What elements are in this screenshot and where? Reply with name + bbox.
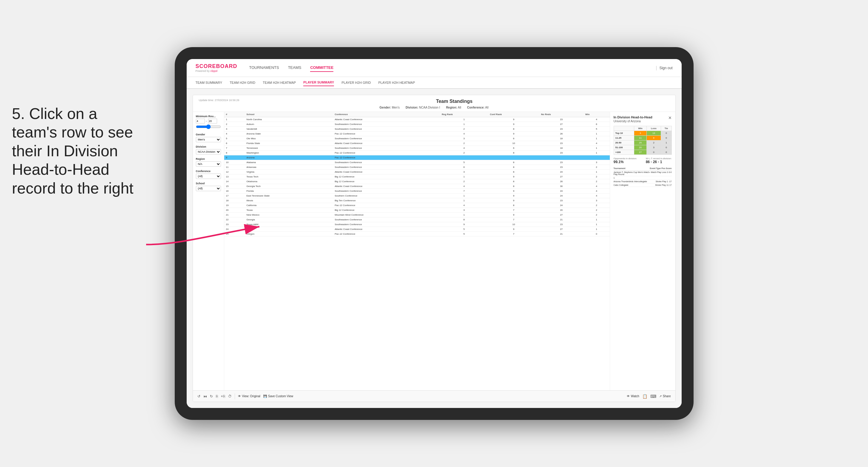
table-row[interactable]: 1 North Carolina Atlantic Coast Conferen… — [224, 117, 610, 122]
cell-conference: Southeastern Conference — [333, 160, 440, 165]
table-row[interactable]: 13 Texas Tech Big 12 Conference 1 9 27 2 — [224, 175, 610, 179]
cell-win: 5 — [584, 127, 610, 131]
table-row[interactable]: 10 Alabama Southeastern Conference 5 8 2… — [224, 160, 610, 165]
sub-nav-player-summary[interactable]: TEAM SUMMARY — [196, 79, 222, 86]
watch-button[interactable]: 👁 Watch — [627, 395, 639, 398]
table-row[interactable]: 21 New Mexico Mountain West Conference 1… — [224, 213, 610, 217]
h2h-tie: 0 — [661, 145, 672, 150]
cell-win: 0 — [584, 232, 610, 237]
table-row[interactable]: 2 Auburn Southeastern Conference 1 9 27 … — [224, 122, 610, 127]
h2h-opponents-val: 99.1% — [614, 160, 637, 164]
table-row[interactable]: 11 Arkansas Southeastern Conference 6 8 … — [224, 165, 610, 170]
table-row[interactable]: 19 California Pac-12 Conference 4 8 24 2 — [224, 203, 610, 208]
h2h-panel: In Division Head-to-Head University of A… — [610, 112, 675, 391]
tourn-type: Stroke Play — [656, 180, 666, 183]
filter-min-input[interactable] — [196, 119, 205, 123]
cell-school: Texas — [245, 208, 333, 213]
sub-nav-player-h2h-grid[interactable]: PLAYER H2H GRID — [341, 79, 371, 86]
filter-conference-select[interactable]: (All) — [196, 174, 221, 179]
filter-max-input[interactable] — [208, 119, 217, 123]
sub-nav-team-summary[interactable]: TEAM H2H GRID — [229, 79, 255, 86]
tourn-name: Arizona Thunderbirds Intercollegiate — [614, 180, 655, 183]
filter-division-select[interactable]: NCAA Division I — [196, 149, 221, 154]
cell-reg-rank: 8 — [440, 217, 488, 222]
cell-num: 19 — [224, 203, 245, 208]
table-row[interactable]: 17 East Tennessee State Southern Confere… — [224, 193, 610, 198]
nav-links: TOURNAMENTS TEAMS COMMITTEE — [249, 64, 656, 72]
sub-nav-team-h2h-heatmap[interactable]: PLAYER SUMMARY — [303, 79, 334, 86]
cell-reg-rank: 1 — [440, 175, 488, 179]
nav-committee[interactable]: COMMITTEE — [310, 64, 333, 72]
h2h-label: Top 10 — [614, 131, 634, 136]
nav-teams[interactable]: TEAMS — [288, 64, 302, 72]
col-conference: Conference — [333, 112, 440, 117]
gender-meta: Gender: Men's — [380, 106, 400, 109]
paste-button[interactable]: +⎘ — [221, 394, 225, 398]
table-row[interactable]: 7 Tennessee Southeastern Conference 4 6 … — [224, 146, 610, 151]
toolbar-icon-1[interactable]: 📋 — [642, 394, 647, 399]
undo-button[interactable]: ↺ — [197, 394, 200, 398]
cell-num: 11 — [224, 165, 245, 170]
cell-rnds: 23 — [539, 198, 584, 203]
table-row[interactable]: 15 Georgia Tech Atlantic Coast Conferenc… — [224, 184, 610, 189]
cell-win: 2 — [584, 179, 610, 184]
toolbar-icon-2[interactable]: ⌨ — [650, 394, 656, 399]
sub-nav-player-h2h-heatmap[interactable]: PLAYER H2H HEATMAP — [378, 79, 415, 86]
cell-conference: Atlantic Coast Conference — [333, 184, 440, 189]
table-row[interactable]: 9 Arizona Pac-12 Conference — [224, 155, 610, 160]
tablet-screen: SCOREBOARD Powered by clippd TOURNAMENTS… — [187, 59, 682, 408]
tourn-score: 2-3-0 — [667, 171, 672, 175]
table-row[interactable]: 12 Virginia Atlantic Coast Conference 3 … — [224, 170, 610, 175]
h2h-stats: Opponents in division: 99.1% W-L-T recor… — [614, 157, 672, 164]
table-row[interactable]: 4 Arizona State Pac-12 Conference 4 9 26… — [224, 131, 610, 136]
filter-school-select[interactable]: (All) — [196, 186, 221, 191]
table-row[interactable]: 8 Washington Pac-12 Conference 2 8 23 1 — [224, 151, 610, 155]
timer-button[interactable]: ⏱ — [228, 394, 232, 398]
cell-conf-rank: 9 — [488, 193, 539, 198]
cell-win: 1 — [584, 136, 610, 141]
cell-conf-rank: 10 — [488, 141, 539, 146]
sub-nav-team-h2h-grid[interactable]: TEAM H2H HEATMAP — [263, 79, 296, 86]
step-back-button[interactable]: ⏮ — [204, 394, 207, 398]
sign-out-button[interactable]: Sign out — [659, 66, 672, 70]
filter-region-select[interactable]: N/A — [196, 161, 221, 167]
cell-win: 1 — [584, 131, 610, 136]
table-row[interactable]: 16 Florida Southeastern Conference 7 9 2… — [224, 189, 610, 193]
nav-tournaments[interactable]: TOURNAMENTS — [249, 64, 279, 72]
cell-rnds: 21 — [539, 217, 584, 222]
share-button[interactable]: ↗ Share — [659, 395, 671, 398]
cell-win: 1 — [584, 227, 610, 232]
cell-conference: Southeastern Conference — [333, 217, 440, 222]
table-row[interactable]: 5 Ole Miss Southeastern Conference 3 6 1… — [224, 136, 610, 141]
copy-button[interactable]: ⎘ — [216, 394, 218, 398]
filter-gender-select[interactable]: Men's — [196, 137, 221, 142]
h2h-tournament-header: Tournament Event Type Pos Score — [614, 166, 672, 170]
table-row[interactable]: 24 Duke Atlantic Coast Conference 5 9 27… — [224, 227, 610, 232]
table-row[interactable]: 20 Texas Big 12 Conference 3 7 20 2 — [224, 208, 610, 213]
table-row[interactable]: 22 Georgia Southeastern Conference 8 7 2… — [224, 217, 610, 222]
cell-num: 8 — [224, 151, 245, 155]
h2h-close-button[interactable]: ✕ — [668, 116, 672, 120]
col-conf-rank: Conf Rank — [488, 112, 539, 117]
save-custom-button[interactable]: 💾 Save Custom View — [263, 395, 293, 398]
cell-num: 20 — [224, 208, 245, 213]
table-row[interactable]: 6 Florida State Atlantic Coast Conferenc… — [224, 141, 610, 146]
view-original-button[interactable]: 👁 View: Original — [238, 395, 260, 398]
table-row[interactable]: 18 Illinois Big Ten Conference 1 9 23 3 — [224, 198, 610, 203]
filter-range-slider[interactable] — [196, 124, 221, 129]
table-row[interactable]: 14 Oklahoma Big 12 Conference 2 8 26 2 — [224, 179, 610, 184]
view-icon: 👁 — [238, 395, 241, 398]
table-row[interactable]: 25 Oregon Pac-12 Conference 5 7 21 0 — [224, 232, 610, 237]
cell-rnds: 27 — [539, 213, 584, 217]
redo-button[interactable]: ↻ — [210, 394, 213, 398]
table-row[interactable]: 23 Texas A&M Southeastern Conference 9 1… — [224, 222, 610, 227]
cell-num: 21 — [224, 213, 245, 217]
filter-conference: Conference (All) — [196, 170, 221, 179]
cell-conference: Southeastern Conference — [333, 189, 440, 193]
cell-rnds: 23 — [539, 222, 584, 227]
logo-powered: Powered by clippd — [196, 69, 237, 72]
cell-num: 25 — [224, 232, 245, 237]
table-row[interactable]: 3 Vanderbilt Southeastern Conference 2 8… — [224, 127, 610, 131]
h2h-table: Win Loss Tie Top 10 3 13 0 11-25 11 8 0 … — [614, 126, 672, 155]
cell-conference: Big Ten Conference — [333, 198, 440, 203]
